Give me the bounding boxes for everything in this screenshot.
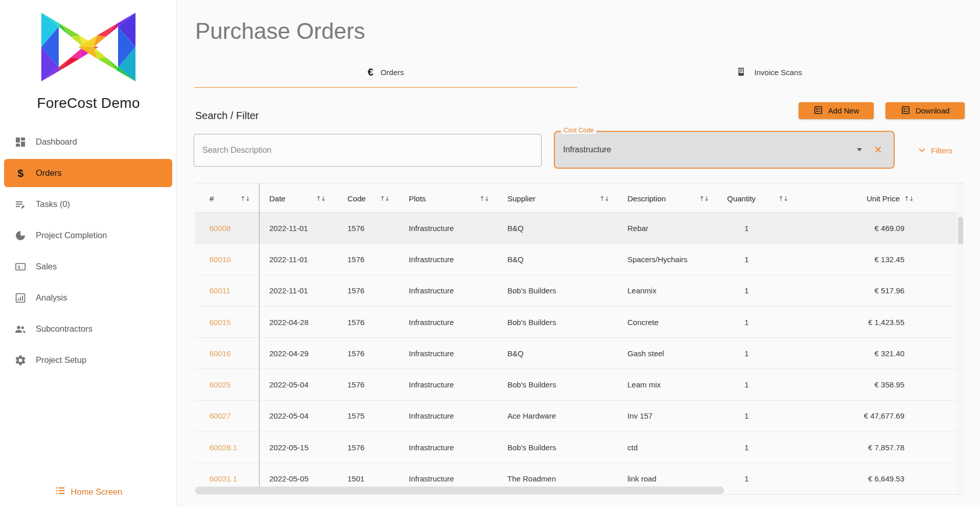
sort-icon[interactable]: ↑↓	[778, 195, 788, 202]
plots-cell: Infrastructure	[399, 474, 498, 483]
clear-filter-icon[interactable]: ✕	[874, 132, 882, 168]
quantity-cell: 1	[718, 380, 797, 389]
tab-orders[interactable]: € Orders	[194, 57, 577, 88]
code-cell: 1576	[335, 318, 399, 327]
dollar-icon: $	[14, 167, 27, 179]
sidebar-item-dashboard[interactable]: Dashboard	[4, 128, 172, 156]
caret-down-icon[interactable]	[857, 148, 862, 151]
sort-icon[interactable]: ↑↓	[380, 195, 389, 202]
code-cell: 1576	[335, 255, 399, 264]
sort-icon[interactable]: ↑↓	[316, 195, 325, 202]
column-header-quantity[interactable]: Quantity↑↓	[718, 183, 797, 213]
home-screen-label: Home Screen	[71, 487, 123, 497]
code-cell: 1576	[335, 224, 399, 233]
date-cell: 2022-04-29	[260, 349, 335, 358]
cost-code-value: Infrastructure	[563, 132, 611, 168]
table-row[interactable]: 60028.1 2022-05-15 1576 Infrastructure B…	[195, 432, 964, 463]
column-header-unit-price[interactable]: Unit Price↑↓	[797, 183, 920, 213]
description-cell: Leanmix	[618, 286, 718, 295]
people-icon	[14, 323, 27, 335]
code-cell: 1576	[335, 286, 399, 295]
filters-toggle[interactable]: Filters	[918, 144, 952, 158]
sidebar-item-subcontractors[interactable]: Subcontractors	[4, 315, 172, 343]
sidebar-item-tasks[interactable]: Tasks (0)	[4, 190, 172, 218]
quantity-cell: 1	[718, 349, 797, 358]
horizontal-scrollbar-thumb[interactable]	[195, 487, 724, 494]
column-header-supplier[interactable]: Supplier↑↓	[498, 183, 618, 213]
pie-chart-icon	[14, 229, 27, 242]
sidebar-item-sales[interactable]: $ : Sales	[4, 252, 172, 281]
ballot-icon	[813, 105, 823, 117]
order-number-link[interactable]: 60016	[209, 349, 231, 358]
order-number-link[interactable]: 60011	[209, 286, 230, 295]
logo-infinity-icon	[32, 9, 145, 85]
code-cell: 1501	[335, 474, 399, 483]
order-number-link[interactable]: 60028.1	[209, 443, 237, 452]
table-row[interactable]: 60027 2022-05-04 1575 Infrastructure Ace…	[195, 401, 964, 432]
sidebar-item-label: Sales	[36, 262, 57, 271]
table-row[interactable]: 60008 2022-11-01 1576 Infrastructure B&Q…	[195, 213, 964, 244]
table-header-row: #↑↓ Date↑↓ Code↑↓ Plots↑↓ Supplier↑↓ Des…	[195, 183, 964, 213]
date-cell: 2022-11-01	[260, 224, 335, 233]
main-content: Purchase Orders € Orders Invoice Scans S…	[177, 0, 980, 507]
order-number-link[interactable]: 60025	[209, 380, 231, 389]
home-screen-button[interactable]: Home Screen	[0, 483, 177, 500]
sidebar-nav: Dashboard $ Orders Tasks (0) Project Com…	[0, 125, 176, 377]
description-cell: link road	[618, 474, 718, 483]
sort-icon[interactable]: ↑↓	[479, 195, 489, 202]
sidebar-item-label: Tasks (0)	[36, 199, 70, 209]
page-title: Purchase Orders	[195, 18, 365, 44]
search-description-input[interactable]	[194, 134, 542, 167]
sort-icon[interactable]: ↑↓	[599, 195, 609, 202]
plots-cell: Infrastructure	[399, 255, 498, 264]
cost-code-select[interactable]: Cost Code Infrastructure ✕	[554, 131, 895, 169]
sidebar-item-orders[interactable]: $ Orders	[4, 159, 172, 187]
sidebar-item-analysis[interactable]: Analysis	[4, 284, 172, 312]
column-header-description[interactable]: Description↑↓	[618, 183, 718, 213]
filters-label: Filters	[931, 146, 952, 155]
column-header-number[interactable]: #↑↓	[195, 183, 260, 213]
description-cell: ctd	[618, 443, 718, 452]
code-cell: 1576	[335, 380, 399, 389]
order-number-link[interactable]: 60010	[209, 255, 231, 264]
column-header-plots[interactable]: Plots↑↓	[399, 183, 498, 213]
sort-icon[interactable]: ↑↓	[904, 195, 914, 202]
sort-icon[interactable]: ↑↓	[240, 195, 250, 202]
sidebar-item-label: Dashboard	[36, 137, 77, 147]
payment-icon: $ :	[14, 261, 27, 273]
table-row[interactable]: 60010 2022-11-01 1576 Infrastructure B&Q…	[195, 244, 964, 275]
order-number-link[interactable]: 60008	[209, 224, 231, 233]
code-cell: 1576	[335, 349, 399, 358]
sidebar-item-project-setup[interactable]: Project Setup	[4, 346, 172, 374]
plots-cell: Infrastructure	[399, 224, 498, 233]
ballot-icon	[901, 105, 911, 117]
column-header-code[interactable]: Code↑↓	[335, 183, 399, 213]
column-header-date[interactable]: Date↑↓	[260, 183, 335, 213]
sidebar-item-project-completion[interactable]: Project Completion	[4, 221, 172, 249]
download-button[interactable]: Download	[885, 102, 965, 119]
order-number-link[interactable]: 60031.1	[209, 474, 237, 483]
order-number-link[interactable]: 60015	[209, 318, 231, 327]
supplier-cell: The Roadmen	[498, 474, 618, 483]
quantity-cell: 1	[718, 443, 797, 452]
add-new-button[interactable]: Add New	[799, 102, 874, 119]
vertical-scrollbar-thumb[interactable]	[958, 217, 963, 244]
supplier-cell: Bob's Builders	[498, 443, 618, 452]
date-cell: 2022-05-04	[260, 411, 335, 420]
plots-cell: Infrastructure	[399, 411, 498, 420]
bar-chart-icon	[14, 292, 27, 304]
tab-invoice-scans[interactable]: Invoice Scans	[577, 57, 961, 88]
supplier-cell: Bob's Builders	[498, 318, 618, 327]
receipt-icon	[736, 66, 747, 78]
unit-price-cell: € 1,423.55	[797, 318, 920, 327]
unit-price-cell: € 469.09	[797, 224, 920, 233]
table-row[interactable]: 60016 2022-04-29 1576 Infrastructure B&Q…	[195, 338, 964, 369]
table-row[interactable]: 60015 2022-04-28 1576 Infrastructure Bob…	[195, 307, 964, 338]
sort-icon[interactable]: ↑↓	[699, 195, 709, 202]
chevron-down-icon	[918, 146, 926, 156]
unit-price-cell: € 517.96	[797, 286, 920, 295]
table-row[interactable]: 60025 2022-05-04 1576 Infrastructure Bob…	[195, 369, 964, 400]
order-number-link[interactable]: 60027	[209, 411, 231, 420]
table-row[interactable]: 60011 2022-11-01 1576 Infrastructure Bob…	[195, 275, 964, 307]
description-cell: Rebar	[618, 224, 718, 233]
